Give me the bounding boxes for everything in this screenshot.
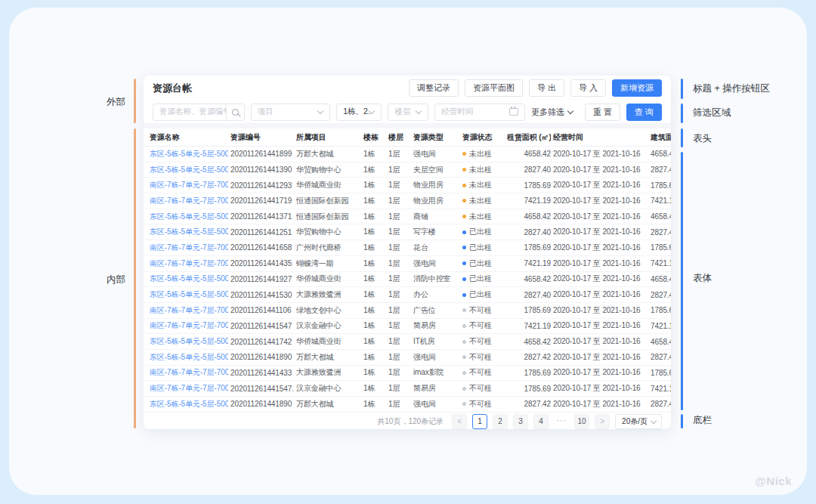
resource-name-link[interactable]: 东区-5栋-5单元-5层-5001 xyxy=(150,212,228,221)
table-row: 东区-5栋-5单元-5层-5001202011261441890万郡大都城1栋1… xyxy=(144,397,671,413)
project-name: 蝴蝶湾一期 xyxy=(296,258,361,269)
resource-no: 202011261441433 xyxy=(230,369,294,377)
resource-type: 强电间 xyxy=(413,399,460,410)
page-button-4[interactable]: 4 xyxy=(533,414,549,429)
status-cell: 不可租 xyxy=(462,352,505,363)
building-cell: 1栋 xyxy=(363,399,386,410)
build-area: 2827.40 xyxy=(651,291,671,299)
next-page-button[interactable]: > xyxy=(595,414,610,429)
chevron-down-icon xyxy=(317,107,323,113)
col-type: 资源类型 xyxy=(413,132,460,143)
filter-area-bar xyxy=(681,104,683,123)
search-input[interactable]: 资源名称、资源编号 xyxy=(153,104,245,121)
resource-name-link[interactable]: 东区-5栋-5单元-5层-5001 xyxy=(150,165,228,174)
resource-name-link[interactable]: 东区-5栋-5单元-5层-5001 xyxy=(150,290,228,298)
resource-type: 花台 xyxy=(413,243,460,253)
prev-page-button[interactable]: < xyxy=(452,414,467,429)
page-button-10[interactable]: 10 xyxy=(574,414,589,429)
import-button[interactable]: 导 入 xyxy=(570,79,606,97)
build-area: 2827.40 xyxy=(651,228,671,237)
search-icon[interactable] xyxy=(226,104,244,120)
resource-name-link[interactable]: 东区-5栋-5单元-5层-5001 xyxy=(150,337,228,345)
resource-name-link[interactable]: 东区-5栋-5单元-5层-5001 xyxy=(150,150,228,158)
author-watermark: @Nick xyxy=(755,475,792,487)
page-ellipsis[interactable]: ··· xyxy=(554,414,569,429)
status-cell: 未出租 xyxy=(462,180,505,190)
resource-name-link[interactable]: 南区-7栋-7单元-7层-7001 xyxy=(150,259,228,267)
adjust-records-button[interactable]: 调整记录 xyxy=(409,79,459,97)
resource-type: 商铺 xyxy=(413,212,460,222)
operate-period: 2020-10-17 至 2021-10-16 xyxy=(553,399,648,410)
resource-type: 物业用房 xyxy=(413,180,460,190)
page-size-select[interactable]: 20条/页 xyxy=(615,414,662,429)
floor-cell: 1层 xyxy=(388,399,411,410)
resource-name-link[interactable]: 南区-7栋-7单元-7层-7001 xyxy=(150,306,228,314)
col-build-area: 建筑面积 xyxy=(651,132,671,143)
table-body-bar xyxy=(681,152,683,410)
add-resource-button[interactable]: 新增资源 xyxy=(612,79,662,97)
export-button[interactable]: 导 出 xyxy=(529,79,564,97)
status-dot xyxy=(462,246,466,249)
resource-name-link[interactable]: 东区-5栋-5单元-5层-5001 xyxy=(150,353,228,361)
resource-name-link[interactable]: 南区-7栋-7单元-7层-7001 xyxy=(150,384,228,392)
annotation-inner: 内部 xyxy=(92,274,125,286)
operate-period: 2020-10-17 至 2021-10-16 xyxy=(553,336,648,347)
col-status: 资源状态 xyxy=(462,132,505,143)
floor-select[interactable]: 楼层 xyxy=(388,104,428,121)
project-select[interactable]: 项目 xyxy=(251,104,330,121)
resource-no: 202011261441927 xyxy=(230,275,294,283)
build-area: 7421.19 xyxy=(651,385,671,393)
chevron-down-icon xyxy=(369,107,375,113)
page-button-2[interactable]: 2 xyxy=(493,414,508,429)
more-filters-toggle[interactable]: 更多筛选 xyxy=(531,107,573,118)
resource-name-link[interactable]: 南区-7栋-7单元-7层-7001 xyxy=(150,368,228,376)
floor-cell: 1层 xyxy=(388,180,411,190)
status-dot xyxy=(462,168,466,172)
resource-name-link[interactable]: 南区-7栋-7单元-7层-7001 xyxy=(150,321,228,329)
resource-type: 强电间 xyxy=(413,258,460,269)
resource-floorplan-button[interactable]: 资源平面图 xyxy=(465,79,523,97)
operate-period: 2020-10-17 至 2021-10-16 xyxy=(553,305,648,316)
rent-area: 2827.40 xyxy=(507,291,551,299)
resource-name-link[interactable]: 东区-5栋-5单元-5层-5001 xyxy=(150,274,228,283)
section-divider xyxy=(144,123,671,128)
resource-name-link[interactable]: 南区-7栋-7单元-7层-7001 xyxy=(150,243,228,252)
resource-name-link[interactable]: 南区-7栋-7单元-7层-7001 xyxy=(150,181,228,189)
status-dot xyxy=(462,293,466,297)
project-name: 华侨城商业街 xyxy=(296,336,361,347)
resource-name-link[interactable]: 东区-5栋-5单元-5层-5001 xyxy=(150,400,228,408)
building-cell: 1栋 xyxy=(363,305,386,316)
annotation-footer: 底栏 xyxy=(693,414,712,427)
page-button-1[interactable]: 1 xyxy=(472,414,487,429)
project-name: 华贸购物中心 xyxy=(296,165,361,175)
query-button[interactable]: 查 询 xyxy=(626,104,662,121)
record-summary: 共10页，120条记录 xyxy=(377,416,444,427)
project-name: 华贸购物中心 xyxy=(296,227,361,237)
status-cell: 已出租 xyxy=(462,243,505,253)
floor-cell: 1层 xyxy=(388,336,411,347)
project-name: 大源雅致鹭洲 xyxy=(296,289,361,300)
resource-name-link[interactable]: 东区-5栋-5单元-5层-5001 xyxy=(150,227,228,236)
project-name: 万郡大都城 xyxy=(296,149,361,159)
resource-name-link[interactable]: 南区-7栋-7单元-7层-7001 xyxy=(150,196,228,205)
status-dot xyxy=(462,387,466,391)
page-title: 资源台帐 xyxy=(153,82,192,95)
operate-period: 2020-10-17 至 2021-10-16 xyxy=(553,258,648,269)
floor-cell: 1层 xyxy=(388,274,411,284)
reset-button[interactable]: 重 置 xyxy=(585,104,620,121)
resource-ledger-panel: 资源台帐 调整记录 资源平面图 导 出 导 入 新增资源 资源名称、资源编号 项… xyxy=(144,76,671,429)
annotation-outer: 外部 xyxy=(92,96,125,109)
chevron-down-icon xyxy=(651,417,657,423)
project-name: 万郡大都城 xyxy=(296,352,361,363)
date-range-input[interactable]: 经营时间 xyxy=(434,104,525,121)
status-cell: 已出租 xyxy=(462,289,505,300)
build-area: 2827.42 xyxy=(651,353,671,361)
chevron-down-icon xyxy=(416,107,422,113)
status-dot xyxy=(462,324,466,328)
page-button-3[interactable]: 3 xyxy=(513,414,528,429)
building-select[interactable]: 1栋、2... xyxy=(336,104,382,121)
annotation-filter-area: 筛选区域 xyxy=(693,107,731,119)
operate-period: 2020-10-17 至 2021-10-16 xyxy=(553,320,648,331)
status-dot xyxy=(462,215,466,218)
build-area: 7421.19 xyxy=(651,259,671,267)
